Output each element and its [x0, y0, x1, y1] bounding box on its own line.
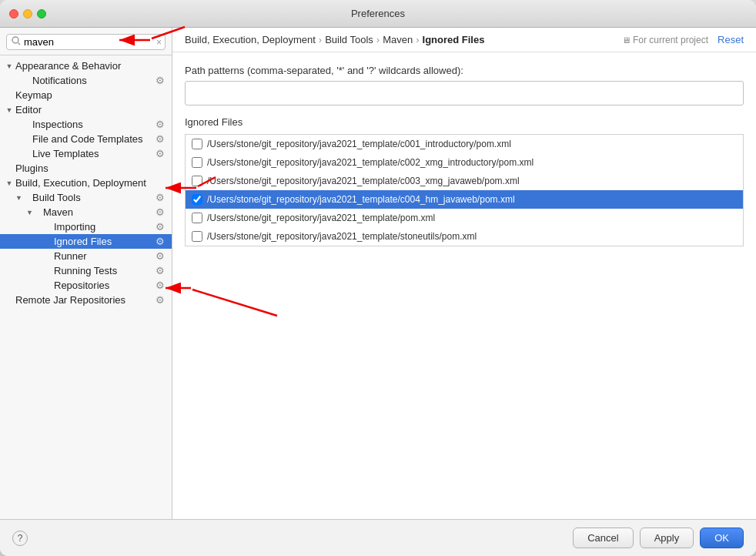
table-row[interactable]: /Users/stone/git_repository/java2021_tem… [186, 209, 743, 227]
panel-content: Path patterns (comma-separated, '*' and … [172, 52, 756, 519]
nav-item-label: Notifications [32, 75, 87, 86]
cancel-button[interactable]: Cancel [573, 528, 633, 548]
sidebar-item-ignored-files[interactable]: Ignored Files ⚙ [0, 234, 172, 249]
sidebar-item-importing[interactable]: Importing ⚙ [0, 219, 172, 234]
minimize-button[interactable] [23, 9, 32, 18]
search-clear-button[interactable]: × [156, 37, 162, 48]
expand-icon: ▶ [5, 91, 14, 100]
sidebar-item-running-tests[interactable]: Running Tests ⚙ [0, 263, 172, 278]
expand-icon: ▼ [5, 62, 14, 71]
settings-icon: ⚙ [155, 207, 166, 218]
settings-icon: ⚙ [155, 193, 166, 203]
file-checkbox[interactable] [192, 176, 202, 186]
settings-icon: ⚙ [155, 119, 166, 130]
file-checkbox[interactable] [192, 213, 202, 223]
maximize-button[interactable] [37, 9, 46, 18]
sidebar-item-runner[interactable]: Runner ⚙ [0, 249, 172, 263]
file-path-label: /Users/stone/git_repository/java2021_tem… [207, 213, 435, 223]
sidebar-item-inspections[interactable]: Inspections ⚙ [0, 117, 172, 132]
settings-icon: ⚙ [155, 75, 166, 86]
svg-point-0 [12, 37, 18, 43]
settings-icon: ⚙ [155, 236, 166, 247]
file-path-label: /Users/stone/git_repository/java2021_tem… [207, 231, 477, 242]
nav-group-keymap: ▶ Keymap [0, 88, 172, 102]
breadcrumb-right: 🖥 For current project Reset [622, 34, 744, 45]
sidebar-item-file-code-templates[interactable]: File and Code Templates ⚙ [0, 132, 172, 146]
nav-group-label-appearance: Appearance & Behavior [15, 60, 121, 72]
nav-group-header-remote-jar[interactable]: ▶ Remote Jar Repositories ⚙ [0, 293, 172, 307]
nav-group-header-appearance[interactable]: ▼ Appearance & Behavior [0, 59, 172, 73]
expand-build-tools-icon: ▼ [15, 194, 22, 202]
sidebar: × ▼ Appearance & Behavior Notifications … [0, 28, 172, 519]
breadcrumb-item-2: Build Tools [325, 34, 373, 45]
nav-group-header-editor[interactable]: ▼ Editor [0, 102, 172, 117]
svg-line-1 [18, 43, 21, 45]
file-checkbox[interactable] [192, 231, 202, 242]
sidebar-item-notifications[interactable]: Notifications ⚙ [0, 73, 172, 88]
nav-item-label: Ignored Files [54, 236, 112, 247]
nav-group-header-build[interactable]: ▼ Build, Execution, Deployment [0, 176, 172, 190]
sidebar-item-maven[interactable]: ▼ Maven ⚙ [0, 205, 172, 219]
ignored-files-label: Ignored Files [185, 116, 744, 128]
file-checkbox[interactable] [192, 139, 202, 149]
table-row[interactable]: /Users/stone/git_repository/java2021_tem… [186, 135, 743, 153]
bottom-actions: Cancel Apply OK [573, 528, 744, 548]
help-button[interactable]: ? [12, 531, 28, 546]
table-row[interactable]: /Users/stone/git_repository/java2021_tem… [186, 190, 743, 209]
nav-item-label: Live Templates [32, 148, 99, 159]
settings-icon: ⚙ [155, 251, 166, 262]
nav-group-header-plugins[interactable]: ▶ Plugins [0, 161, 172, 176]
breadcrumb-sep-3: › [416, 34, 419, 45]
nav-group-label-build: Build, Execution, Deployment [15, 177, 146, 189]
breadcrumb-sep-2: › [376, 34, 380, 45]
path-pattern-input[interactable] [185, 81, 744, 106]
file-path-label: /Users/stone/git_repository/java2021_tem… [207, 176, 520, 186]
traffic-lights [9, 9, 46, 18]
table-row[interactable]: /Users/stone/git_repository/java2021_tem… [186, 172, 743, 190]
nav-item-label: File and Code Templates [32, 133, 143, 145]
nav-group-editor: ▼ Editor Inspections ⚙ File and Code Tem… [0, 102, 172, 161]
nav-group-label-plugins: Plugins [15, 162, 49, 174]
nav-item-label: Importing [54, 221, 95, 233]
nav-group-label-keymap: Keymap [15, 89, 52, 101]
settings-icon: ⚙ [155, 222, 166, 233]
bottom-bar: ? Cancel Apply OK [0, 519, 756, 556]
breadcrumb-item-4: Ignored Files [423, 34, 485, 45]
file-path-label: /Users/stone/git_repository/java2021_tem… [207, 139, 511, 149]
title-bar: Preferences [0, 0, 756, 28]
nav-item-label: Maven [43, 206, 73, 218]
nav-group-remote-jar: ▶ Remote Jar Repositories ⚙ [0, 293, 172, 307]
nav-item-label: Runner [54, 250, 87, 262]
settings-icon: ⚙ [155, 280, 166, 291]
close-button[interactable] [9, 9, 18, 18]
ok-button[interactable]: OK [700, 528, 744, 548]
breadcrumb-item-1: Build, Execution, Deployment [185, 34, 316, 45]
main-panel: Build, Execution, Deployment › Build Too… [172, 28, 756, 519]
settings-icon: ⚙ [155, 134, 166, 145]
nav-group-appearance: ▼ Appearance & Behavior Notifications ⚙ [0, 59, 172, 88]
settings-icon: ⚙ [155, 149, 166, 159]
file-checkbox[interactable] [192, 194, 202, 205]
nav-tree: ▼ Appearance & Behavior Notifications ⚙ … [0, 55, 172, 519]
file-path-label: /Users/stone/git_repository/java2021_tem… [207, 157, 534, 168]
expand-icon: ▶ [5, 164, 14, 173]
nav-item-label: Build Tools [32, 192, 81, 203]
sidebar-item-repositories[interactable]: Repositories ⚙ [0, 278, 172, 293]
sidebar-item-build-tools[interactable]: ▼ Build Tools ⚙ [0, 190, 172, 205]
search-input-wrap: × [6, 34, 166, 50]
table-row[interactable]: /Users/stone/git_repository/java2021_tem… [186, 227, 743, 246]
table-row[interactable]: /Users/stone/git_repository/java2021_tem… [186, 153, 743, 172]
file-checkbox[interactable] [192, 157, 202, 168]
sidebar-item-live-templates[interactable]: Live Templates ⚙ [0, 146, 172, 161]
nav-group-header-keymap[interactable]: ▶ Keymap [0, 88, 172, 102]
file-path-label: /Users/stone/git_repository/java2021_tem… [207, 194, 515, 205]
search-input[interactable] [24, 36, 153, 48]
window-title: Preferences [351, 8, 405, 19]
path-pattern-label: Path patterns (comma-separated, '*' and … [185, 65, 744, 76]
reset-button[interactable]: Reset [718, 34, 744, 45]
for-current-project-label: 🖥 For current project [622, 35, 708, 45]
apply-button[interactable]: Apply [640, 528, 694, 548]
breadcrumb-item-3: Maven [383, 34, 413, 45]
expand-maven-icon: ▼ [26, 209, 33, 216]
expand-icon: ▶ [5, 296, 14, 305]
